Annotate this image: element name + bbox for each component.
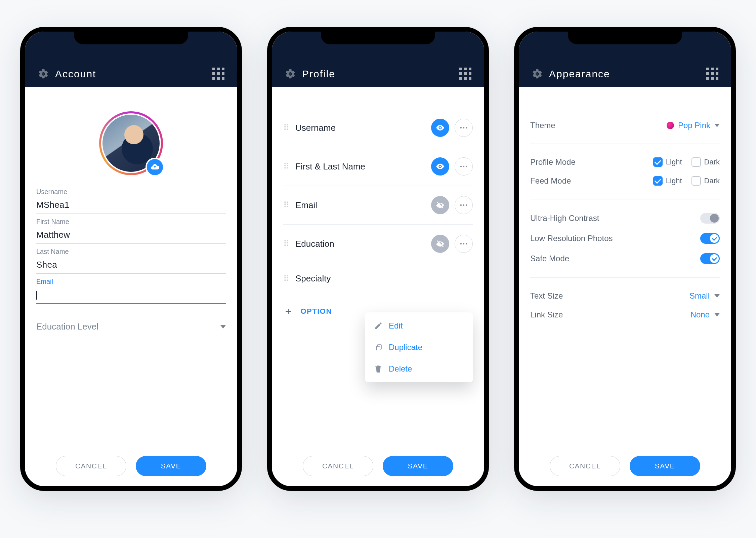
header-curve — [25, 87, 237, 107]
gear-icon — [285, 68, 296, 80]
visibility-toggle[interactable] — [431, 235, 449, 253]
menu-delete[interactable]: Delete — [365, 358, 473, 380]
drag-handle-icon[interactable]: ⠿ — [283, 126, 290, 130]
drag-handle-icon[interactable]: ⠿ — [283, 164, 290, 168]
row-context-menu: Edit Duplicate Delete — [365, 312, 473, 382]
field-label: First Name — [36, 218, 226, 226]
menu-edit[interactable]: Edit — [365, 315, 473, 337]
select-placeholder: Education Level — [36, 321, 98, 332]
chevron-down-icon — [220, 325, 226, 329]
apps-icon[interactable] — [459, 68, 471, 80]
gear-icon — [38, 68, 49, 80]
save-button[interactable]: SAVE — [136, 456, 206, 476]
upload-avatar-button[interactable] — [145, 158, 164, 177]
feed-mode-row: Feed Mode Light Dark — [530, 171, 720, 190]
email-field[interactable]: Email — [36, 278, 226, 304]
account-screen: Account Username First Name — [20, 27, 242, 491]
profile-row-specialty[interactable]: ⠿ Specialty — [283, 263, 473, 294]
row-label: Low Resolution Photos — [530, 234, 613, 243]
pencil-icon — [374, 321, 383, 330]
cancel-button[interactable]: CANCEL — [303, 456, 373, 476]
profile-row-education[interactable]: ⠿ Education — [283, 225, 473, 263]
row-label: Text Size — [530, 291, 563, 301]
education-select[interactable]: Education Level — [36, 319, 226, 336]
row-label: Email — [295, 200, 426, 210]
more-menu-button[interactable] — [455, 157, 473, 176]
profile-row-name[interactable]: ⠿ First & Last Name — [283, 147, 473, 186]
header-curve — [519, 87, 731, 107]
apps-icon[interactable] — [212, 68, 224, 80]
row-label: Feed Mode — [530, 176, 571, 186]
add-option-label: OPTION — [301, 307, 332, 316]
row-label: Theme — [530, 121, 555, 130]
row-label: Specialty — [295, 273, 473, 284]
username-field[interactable]: Username — [36, 188, 226, 214]
more-menu-button[interactable] — [455, 235, 473, 253]
apps-icon[interactable] — [706, 68, 718, 80]
toggle[interactable] — [700, 253, 720, 264]
toggle[interactable] — [700, 213, 720, 224]
phone-notch — [568, 31, 682, 44]
appearance-screen: Appearance Theme Pop Pink — [514, 27, 736, 491]
profile-screen: Profile ⠿ Username ⠿ First & Last Name — [267, 27, 489, 491]
field-label: Email — [36, 278, 226, 285]
phone-notch — [321, 31, 435, 44]
theme-select[interactable]: Theme Pop Pink — [530, 116, 720, 135]
row-label: Profile Mode — [530, 157, 576, 167]
more-menu-button[interactable] — [455, 196, 473, 214]
more-menu-button[interactable] — [455, 119, 473, 137]
profile-mode-row: Profile Mode Light Dark — [530, 153, 720, 171]
chevron-down-icon — [714, 313, 720, 316]
page-title: Account — [55, 68, 96, 80]
last-name-field[interactable]: Last Name — [36, 248, 226, 274]
duplicate-icon — [374, 343, 383, 352]
cancel-button[interactable]: CANCEL — [550, 456, 620, 476]
visibility-toggle[interactable] — [431, 157, 449, 176]
header-curve — [272, 87, 484, 107]
theme-value: Pop Pink — [678, 121, 710, 130]
drag-handle-icon[interactable]: ⠿ — [283, 203, 290, 207]
visibility-toggle[interactable] — [431, 196, 449, 214]
light-checkbox[interactable]: Light — [653, 157, 682, 167]
drag-handle-icon[interactable]: ⠿ — [283, 242, 290, 246]
cancel-button[interactable]: CANCEL — [56, 456, 126, 476]
last-name-input[interactable] — [36, 258, 226, 274]
lowres-toggle-row: Low Resolution Photos — [530, 228, 720, 248]
profile-row-username[interactable]: ⠿ Username — [283, 109, 473, 147]
dark-checkbox[interactable]: Dark — [691, 157, 720, 167]
row-label: Username — [295, 123, 426, 133]
save-button[interactable]: SAVE — [383, 456, 453, 476]
profile-row-email[interactable]: ⠿ Email — [283, 186, 473, 225]
text-size-select[interactable]: Text Size Small — [530, 286, 720, 305]
safemode-toggle-row: Safe Mode — [530, 248, 720, 269]
link-size-select[interactable]: Link Size None — [530, 305, 720, 324]
username-input[interactable] — [36, 198, 226, 214]
gear-icon — [532, 68, 543, 80]
first-name-field[interactable]: First Name — [36, 218, 226, 244]
light-checkbox[interactable]: Light — [653, 176, 682, 186]
dark-checkbox[interactable]: Dark — [691, 176, 720, 186]
row-label: First & Last Name — [295, 161, 426, 172]
email-input[interactable] — [36, 287, 226, 304]
field-label: Username — [36, 188, 226, 196]
avatar[interactable] — [99, 111, 163, 175]
phone-notch — [74, 31, 188, 44]
field-label: Last Name — [36, 248, 226, 256]
trash-icon — [374, 364, 383, 373]
profile-fields-list: ⠿ Username ⠿ First & Last Name ⠿ Email — [283, 109, 473, 328]
contrast-toggle-row: Ultra-High Contrast — [530, 208, 720, 228]
drag-handle-icon[interactable]: ⠿ — [283, 277, 290, 281]
save-button[interactable]: SAVE — [630, 456, 700, 476]
visibility-toggle[interactable] — [431, 119, 449, 137]
plus-icon: ＋ — [283, 304, 294, 318]
toggle[interactable] — [700, 233, 720, 244]
page-title: Profile — [302, 68, 335, 80]
row-label: Safe Mode — [530, 254, 569, 263]
first-name-input[interactable] — [36, 228, 226, 244]
row-label: Link Size — [530, 310, 563, 319]
menu-duplicate[interactable]: Duplicate — [365, 337, 473, 358]
chevron-down-icon — [714, 124, 720, 127]
page-title: Appearance — [549, 68, 610, 80]
row-label: Education — [295, 239, 426, 249]
chevron-down-icon — [714, 294, 720, 298]
